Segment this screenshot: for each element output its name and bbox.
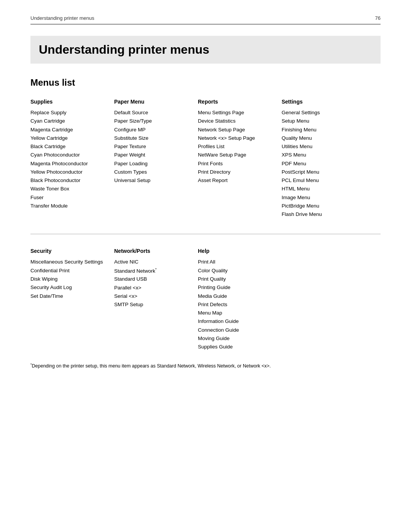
- menu-item: NetWare Setup Page: [198, 151, 274, 159]
- menu-column-settings: SettingsGeneral SettingsSetup MenuFinish…: [282, 99, 365, 219]
- menu-item: Magenta Photoconductor: [30, 160, 107, 168]
- menu-item: HTML Menu: [282, 185, 358, 193]
- menu-item: Waste Toner Box: [30, 185, 107, 193]
- menu-item: Utilities Menu: [282, 142, 358, 151]
- menu-item: Menu Map: [198, 309, 274, 317]
- chapter-title: Understanding printer menus: [30, 36, 381, 64]
- menu-item: Parallel <x>: [114, 284, 190, 292]
- menu-item: Miscellaneous Security Settings: [30, 258, 107, 266]
- menu-item: Default Source: [114, 109, 190, 117]
- menu-item: Image Menu: [282, 193, 358, 202]
- menu-item: Paper Texture: [114, 142, 190, 151]
- menu-item: Custom Types: [114, 168, 190, 176]
- menu-item: Cyan Cartridge: [30, 117, 107, 125]
- menu-item: Finishing Menu: [282, 126, 358, 134]
- menu-item: Yellow Photoconductor: [30, 168, 107, 176]
- menu-item: Quality Menu: [282, 134, 358, 142]
- menu-item: Universal Setup: [114, 176, 190, 185]
- menu-column-paper_menu: Paper MenuDefault SourcePaper Size/TypeC…: [114, 99, 198, 219]
- menu-column-supplies: SuppliesReplace SupplyCyan CartridgeMage…: [30, 99, 114, 219]
- page-number: 76: [375, 15, 381, 21]
- menu-item: Flash Drive Menu: [282, 210, 358, 219]
- menu-item: Active NIC: [114, 258, 190, 266]
- menu-item: Yellow Cartridge: [30, 134, 107, 142]
- menu-item: Configure MP: [114, 126, 190, 134]
- menu-column-header-paper_menu: Paper Menu: [114, 99, 190, 105]
- menu-item: Asset Report: [198, 176, 274, 185]
- menu-item: Profiles List: [198, 142, 274, 151]
- menu-item: Print Directory: [198, 168, 274, 176]
- menu-item: Color Quality: [198, 267, 274, 275]
- header-left: Understanding printer menus: [30, 15, 94, 21]
- divider: [30, 234, 381, 234]
- menu-column-network_ports: Network/PortsActive NICStandard Network*…: [114, 248, 198, 351]
- menu-item: PCL Emul Menu: [282, 176, 358, 185]
- menu-item: Set Date/Time: [30, 292, 107, 300]
- menu-item: Setup Menu: [282, 117, 358, 125]
- menu-item: XPS Menu: [282, 151, 358, 159]
- menu-item: Black Cartridge: [30, 142, 107, 151]
- menu-item: Replace Supply: [30, 109, 107, 117]
- menu-column-security: SecurityMiscellaneous Security SettingsC…: [30, 248, 114, 351]
- menu-item: Cyan Photoconductor: [30, 151, 107, 159]
- upper-menus-grid: SuppliesReplace SupplyCyan CartridgeMage…: [30, 99, 381, 219]
- menu-item: Print Defects: [198, 300, 274, 309]
- menu-item: Information Guide: [198, 317, 274, 326]
- menu-item: Substitute Size: [114, 134, 190, 142]
- menu-column-header-help: Help: [198, 248, 274, 254]
- menu-column-reports: ReportsMenu Settings PageDevice Statisti…: [198, 99, 282, 219]
- menu-item: General Settings: [282, 109, 358, 117]
- page-container: Understanding printer menus 76 Understan…: [0, 0, 411, 532]
- menu-item: Device Statistics: [198, 117, 274, 125]
- menu-column-empty: [282, 248, 365, 351]
- menu-column-header-reports: Reports: [198, 99, 274, 105]
- menu-item: Network Setup Page: [198, 126, 274, 134]
- section-title: Menus list: [30, 77, 381, 88]
- lower-menus-grid: SecurityMiscellaneous Security SettingsC…: [30, 248, 381, 351]
- menu-item: Print Fonts: [198, 160, 274, 168]
- menu-item: Media Guide: [198, 292, 274, 300]
- menu-item: Paper Loading: [114, 160, 190, 168]
- menu-item: Menu Settings Page: [198, 109, 274, 117]
- menu-item: PostScript Menu: [282, 168, 358, 176]
- menu-item: Supplies Guide: [198, 343, 274, 351]
- menu-item: Confidential Print: [30, 267, 107, 275]
- menu-item: PDF Menu: [282, 160, 358, 168]
- menu-item: Moving Guide: [198, 334, 274, 343]
- menu-item: Paper Weight: [114, 151, 190, 159]
- menu-item: Standard USB: [114, 275, 190, 283]
- menu-item: Connection Guide: [198, 326, 274, 334]
- menu-item: Print All: [198, 258, 274, 266]
- menu-item: Disk Wiping: [30, 275, 107, 283]
- menu-item: Print Quality: [198, 275, 274, 283]
- header-bar: Understanding printer menus 76: [30, 15, 381, 24]
- footnote: *Depending on the printer setup, this me…: [30, 363, 381, 369]
- menu-item: Serial <x>: [114, 292, 190, 300]
- menu-column-header-security: Security: [30, 248, 107, 254]
- menu-item: Fuser: [30, 193, 107, 202]
- menu-item: PictBridge Menu: [282, 202, 358, 210]
- menu-column-header-supplies: Supplies: [30, 99, 107, 105]
- menu-item: Standard Network*: [114, 267, 190, 275]
- menu-item: Paper Size/Type: [114, 117, 190, 125]
- menu-column-help: HelpPrint AllColor QualityPrint QualityP…: [198, 248, 282, 351]
- menu-item: Network <x> Setup Page: [198, 134, 274, 142]
- menu-item: Security Audit Log: [30, 283, 107, 292]
- menu-item: Magenta Cartridge: [30, 126, 107, 134]
- menu-item: Printing Guide: [198, 283, 274, 292]
- menu-item: SMTP Setup: [114, 300, 190, 309]
- menu-column-header-settings: Settings: [282, 99, 358, 105]
- menu-item: Transfer Module: [30, 202, 107, 210]
- menu-column-header-network_ports: Network/Ports: [114, 248, 190, 254]
- menu-item: Black Photoconductor: [30, 176, 107, 185]
